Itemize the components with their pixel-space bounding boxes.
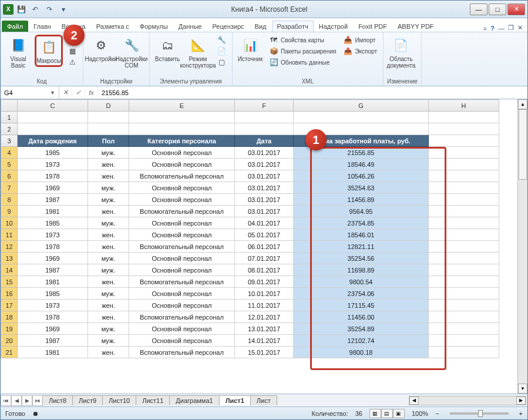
formula-input[interactable] (98, 89, 527, 96)
cell[interactable] (429, 182, 499, 194)
qat-redo-icon[interactable]: ↷ (43, 3, 56, 16)
cell[interactable]: Основной персонал (129, 147, 235, 159)
cell[interactable] (429, 229, 499, 241)
scroll-down-icon[interactable]: ▼ (518, 384, 527, 394)
cell-selected[interactable]: 9800.54 (294, 276, 429, 288)
cell-selected[interactable]: 35254.56 (294, 253, 429, 264)
cell[interactable]: Основной персонал (129, 288, 235, 300)
visual-basic-button[interactable]: 📘 Visual Basic (4, 35, 32, 70)
row-header[interactable]: 11 (1, 229, 18, 241)
tab-formulas[interactable]: Формулы (134, 21, 173, 32)
cell[interactable]: 12.01.2017 (235, 311, 294, 323)
cell[interactable]: 1981 (18, 347, 88, 358)
col-header-H[interactable]: H (429, 100, 499, 112)
vertical-scrollbar[interactable]: ▲ ▼ (517, 99, 527, 394)
cell[interactable]: Основной персонал (129, 300, 235, 311)
tab-developer[interactable]: Разработч (272, 21, 314, 32)
sheet-tab[interactable]: Лист8 (42, 395, 73, 405)
row-header[interactable]: 17 (1, 300, 18, 311)
cell-selected[interactable]: 35254.89 (294, 323, 429, 335)
row-header[interactable]: 12 (1, 241, 18, 253)
qat-undo-icon[interactable]: ↶ (29, 3, 42, 16)
cell[interactable]: 1987 (18, 264, 88, 276)
qat-save-icon[interactable]: 💾 (15, 3, 28, 16)
cell[interactable]: 1973 (18, 300, 88, 311)
cell[interactable]: муж. (88, 264, 129, 276)
cell[interactable]: 06.01.2017 (235, 241, 294, 253)
cell[interactable]: 1969 (18, 182, 88, 194)
cell[interactable] (429, 159, 499, 170)
scroll-up-icon[interactable]: ▲ (518, 99, 527, 109)
cell[interactable]: 1985 (18, 288, 88, 300)
cell[interactable] (429, 311, 499, 323)
row-header[interactable]: 15 (1, 276, 18, 288)
macros-button[interactable]: 📋 Макросы (35, 35, 63, 67)
row-header[interactable]: 16 (1, 288, 18, 300)
cell[interactable]: 03.01.2017 (235, 170, 294, 182)
row-header[interactable]: 8 (1, 194, 18, 206)
cell-selected[interactable]: 11456.00 (294, 311, 429, 323)
cell[interactable]: 11.01.2017 (235, 300, 294, 311)
cell[interactable] (429, 264, 499, 276)
cell[interactable]: Основной персонал (129, 182, 235, 194)
cell[interactable]: 09.01.2017 (235, 276, 294, 288)
cell[interactable]: Вспомогательный персонал (129, 241, 235, 253)
map-props-button[interactable]: 🗺Свойства карты (267, 35, 338, 45)
cell[interactable]: Основной персонал (129, 229, 235, 241)
cell-selected[interactable]: 10546.26 (294, 170, 429, 182)
sheet-tab[interactable]: Лист9 (72, 395, 103, 405)
col-header-D[interactable]: D (88, 100, 129, 112)
help-icon[interactable]: ? (490, 25, 495, 32)
cell[interactable]: Вспомогательный персонал (129, 276, 235, 288)
cell-selected[interactable]: 12821.11 (294, 241, 429, 253)
cell[interactable]: муж. (88, 182, 129, 194)
doc-minimize-icon[interactable]: — (498, 25, 505, 32)
cell-selected[interactable]: 23754.85 (294, 217, 429, 229)
addins-button[interactable]: ⚙ Надстройки (87, 35, 115, 63)
cell[interactable]: Основной персонал (129, 264, 235, 276)
cell[interactable]: Основной персонал (129, 335, 235, 347)
cell[interactable]: 03.01.2017 (235, 194, 294, 206)
cell[interactable]: 08.01.2017 (235, 264, 294, 276)
cell-selected[interactable]: 9564.95 (294, 206, 429, 217)
cell[interactable] (429, 194, 499, 206)
cell[interactable]: Вспомогательный персонал (129, 347, 235, 358)
cell[interactable]: 1985 (18, 217, 88, 229)
col-header-G[interactable]: G (294, 100, 429, 112)
row-header[interactable]: 13 (1, 253, 18, 264)
view-pagebreak-icon[interactable]: ▣ (393, 409, 405, 418)
tab-foxit[interactable]: Foxit PDF (353, 21, 392, 32)
cell[interactable]: 03.01.2017 (235, 206, 294, 217)
tab-review[interactable]: Рецензирс (207, 21, 249, 32)
cell[interactable] (429, 347, 499, 358)
row-header[interactable]: 7 (1, 182, 18, 194)
cell[interactable]: 04.01.2017 (235, 217, 294, 229)
sheet-tab[interactable]: Лист1 (219, 395, 251, 405)
maximize-button[interactable]: □ (489, 4, 506, 15)
view-normal-icon[interactable]: ▦ (369, 409, 381, 418)
spreadsheet-table[interactable]: C D E F G H 1 2 3 Дата рождения Пол Кате… (1, 99, 499, 358)
cell[interactable]: 1969 (18, 323, 88, 335)
cell[interactable]: Вспомогательный персонал (129, 170, 235, 182)
cell-selected[interactable]: 12102.74 (294, 335, 429, 347)
row-header[interactable]: 18 (1, 311, 18, 323)
table-header-cell[interactable]: Пол (88, 135, 129, 147)
row-header[interactable]: 1 (1, 112, 18, 123)
cell[interactable] (429, 276, 499, 288)
cell-selected[interactable]: 11456.89 (294, 194, 429, 206)
cell[interactable] (429, 170, 499, 182)
zoom-slider[interactable] (450, 412, 509, 415)
com-addins-button[interactable]: 🔧 Надстройки COM (117, 35, 146, 70)
cell[interactable] (429, 253, 499, 264)
cell-selected[interactable]: 18546.49 (294, 159, 429, 170)
cell[interactable]: 13.01.2017 (235, 323, 294, 335)
cell[interactable]: муж. (88, 147, 129, 159)
sheet-nav-prev-icon[interactable]: ◀ (11, 395, 22, 406)
cell[interactable]: 05.01.2017 (235, 229, 294, 241)
design-mode-button[interactable]: 📐 Режим конструктора (184, 35, 212, 70)
tab-home[interactable]: Главн (28, 21, 56, 32)
row-header[interactable]: 10 (1, 217, 18, 229)
cell[interactable] (429, 288, 499, 300)
tab-addins[interactable]: Надстрой (314, 21, 353, 32)
cell[interactable]: жен. (88, 206, 129, 217)
